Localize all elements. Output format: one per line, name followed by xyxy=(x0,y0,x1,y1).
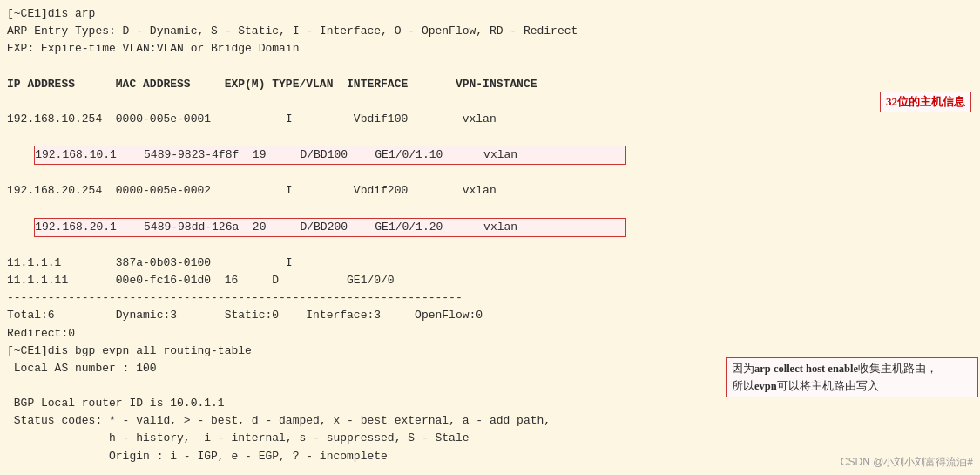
cmd-line: [~CE1]dis arp xyxy=(7,5,973,23)
arp-types-line: ARP Entry Types: D - Dynamic, S - Static… xyxy=(7,23,973,40)
table-header: IP ADDRESS MAC ADDRESS EXP(M) TYPE/VLAN … xyxy=(7,76,973,93)
divider-line: ----------------------------------------… xyxy=(7,289,973,307)
redirect-line: Redirect:0 xyxy=(7,325,973,343)
arp-row-2-highlighted: 192.168.10.1 5489-9823-4f8f 19 D/BD100 G… xyxy=(7,128,973,182)
blank-line-1 xyxy=(7,58,973,75)
annotation-32bit-text: 32位的主机信息 xyxy=(886,95,965,108)
blank-line-2 xyxy=(7,93,973,111)
arp-row-3: 192.168.20.254 0000-005e-0002 I Vbdif200… xyxy=(7,182,973,200)
evpn-text-4: 可以将主机路由写入 xyxy=(777,380,879,392)
watermark: CSDN @小刘小刘富得流油# xyxy=(841,455,973,470)
exp-line: EXP: Expire-time VLAN:VLAN or Bridge Dom… xyxy=(7,40,973,58)
arp-row-1: 192.168.10.254 0000-005e-0001 I Vbdif100… xyxy=(7,111,973,128)
arp-row-6: 11.1.1.11 00e0-fc16-01d0 16 D GE1/0/0 xyxy=(7,272,973,289)
highlight-box-1: 192.168.10.1 5489-9823-4f8f 19 D/BD100 G… xyxy=(34,146,626,165)
annotation-32bit: 32位的主机信息 xyxy=(880,92,971,112)
status-codes-line1: Status codes: * - valid, > - best, d - d… xyxy=(7,412,973,430)
annotation-evpn: 因为arp collect host enable收集主机路由， 所以evpn可… xyxy=(726,357,978,397)
arp-row-5: 11.1.1.1 387a-0b03-0100 I xyxy=(7,254,973,272)
origin-line: Origin : i - IGP, e - EGP, ? - incomplet… xyxy=(7,448,973,465)
blank-line-4 xyxy=(7,465,973,475)
highlight-box-2: 192.168.20.1 5489-98dd-126a 20 D/BD200 G… xyxy=(34,218,626,237)
evpn-text-1: 因为 xyxy=(732,363,754,375)
total-line: Total:6 Dynamic:3 Static:0 Interface:3 O… xyxy=(7,307,973,324)
evpn-text-2: 收集主机路由， xyxy=(858,363,937,375)
status-codes-line2: h - history, i - internal, s - suppresse… xyxy=(7,430,973,447)
router-id-line: BGP Local router ID is 10.0.1.1 xyxy=(7,395,973,412)
terminal-window: [~CE1]dis arp ARP Entry Types: D - Dynam… xyxy=(0,0,980,475)
arp-row-4-highlighted: 192.168.20.1 5489-98dd-126a 20 D/BD200 G… xyxy=(7,200,973,254)
evpn-text-3: 所以 xyxy=(732,380,754,392)
evpn-bold-1: arp collect host enable xyxy=(754,363,858,375)
evpn-bold-2: evpn xyxy=(754,380,777,392)
